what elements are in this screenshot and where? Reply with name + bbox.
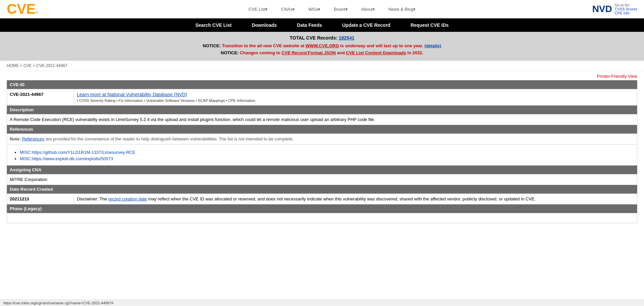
nvd-logo: NVD (592, 4, 612, 14)
nvd-cvss-link[interactable]: CVSS Scores (615, 7, 637, 11)
breadcrumb-sep2: > (33, 63, 36, 68)
description-header-row: Description (7, 106, 637, 114)
top-nav: CVE® CVE List▾ CNAs▾ WGs▾ Board▾ About▾ … (0, 0, 644, 18)
printer-friendly-link[interactable]: Printer-Friendly View (597, 74, 637, 79)
printer-friendly-area: Printer-Friendly View (0, 71, 644, 80)
cve-id-header: CVE-ID (7, 80, 637, 89)
cve-id-cell: CVE-2021-44967 (7, 89, 74, 106)
references-header: References (7, 125, 637, 134)
cve-id-header-row: CVE-ID (7, 80, 637, 89)
logo-c: C (7, 2, 17, 16)
nvd-box: NVD Go to for: CVSS Scores CPE Info (592, 3, 637, 15)
reference-item-1: MISC:https://github.com/Y1LD1R1M-1337/Li… (20, 150, 634, 155)
nvd-goto: Go to for: CVSS Scores CPE Info (615, 3, 637, 15)
references-list-row: MISC:https://github.com/Y1LD1R1M-1337/Li… (7, 144, 637, 166)
black-nav-data-feeds[interactable]: Data Feeds (287, 18, 332, 32)
breadcrumb-current: CVE-2021-44967 (36, 63, 67, 68)
logo-e: E (26, 2, 36, 16)
phase-row (7, 213, 637, 223)
notice2-link1[interactable]: CVE Record Format JSON (281, 50, 336, 55)
nvd-links: CVSS Scores CPE Info (615, 7, 637, 15)
record-creation-date-link[interactable]: record creation date (108, 196, 147, 201)
notice-bar: TOTAL CVE Records: 182541 NOTICE: Transi… (0, 32, 644, 61)
description-header: Description (7, 106, 637, 114)
date-disclaimer-cell: Disclaimer: The record creation date may… (74, 194, 637, 204)
date-created-row: 20211213 Disclaimer: The record creation… (7, 194, 637, 204)
assigning-cna-header-row: Assigning CNA (7, 166, 637, 174)
logo-trademark: ® (36, 11, 38, 14)
notice1-rest: is underway and will last up to one year… (340, 43, 424, 48)
breadcrumb-sep1: > (20, 63, 23, 68)
nav-wgs[interactable]: WGs▾ (308, 7, 320, 12)
notice2-and: and (337, 50, 346, 55)
breadcrumb: HOME > CVE > CVE-2021-44967 (0, 61, 644, 71)
references-note-label: Note: (10, 136, 21, 141)
reference-link-2[interactable]: MISC:https://www.exploit-db.com/exploits… (20, 156, 113, 161)
nav-board[interactable]: Board▾ (334, 7, 348, 12)
notice-line-1: NOTICE: Transition to the all-new CVE we… (7, 43, 637, 48)
notice2-end: in 2022. (407, 50, 423, 55)
breadcrumb-cve[interactable]: CVE (23, 63, 32, 68)
top-menu: CVE List▾ CNAs▾ WGs▾ Board▾ About▾ News … (80, 7, 584, 12)
date-label-cell: 20211213 (7, 194, 74, 204)
cve-table: CVE-ID CVE-2021-44967 Learn more at Nati… (7, 80, 637, 223)
notice2-link2[interactable]: CVE List Content Downloads (346, 50, 406, 55)
nvd-cpe-link[interactable]: CPE Info (615, 11, 637, 15)
references-header-row: References (7, 125, 637, 134)
notice1-details[interactable]: (details) (425, 43, 441, 48)
logo-area: CVE® (7, 2, 80, 16)
black-nav: Search CVE List Downloads Data Feeds Upd… (0, 18, 644, 32)
nvd-sub-text: • CVSS Severity Rating • Fix Information… (77, 99, 634, 103)
cve-id-row: CVE-2021-44967 Learn more at National Vu… (7, 89, 637, 106)
nvd-area: NVD Go to for: CVSS Scores CPE Info (584, 3, 637, 15)
reference-link-1[interactable]: MISC:https://github.com/Y1LD1R1M-1337/Li… (20, 150, 136, 155)
black-nav-downloads[interactable]: Downloads (242, 18, 287, 32)
breadcrumb-home[interactable]: HOME (7, 63, 19, 68)
description-row: A Remote Code Execution (RCE) vulnerabil… (7, 114, 637, 125)
date-disclaimer-text: Disclaimer: The (77, 196, 107, 201)
nav-cnas[interactable]: CNAs▾ (281, 7, 295, 12)
description-cell: A Remote Code Execution (RCE) vulnerabil… (7, 114, 637, 125)
notice-line-2: NOTICE: Changes coming to CVE Record For… (7, 50, 637, 55)
black-nav-update[interactable]: Update a CVE Record (332, 18, 400, 32)
logo-v: V (17, 2, 26, 16)
total-cve-count[interactable]: 182541 (339, 35, 355, 41)
references-list: MISC:https://github.com/Y1LD1R1M-1337/Li… (10, 150, 634, 161)
reference-item-2: MISC:https://www.exploit-db.com/exploits… (20, 156, 634, 161)
references-note-link[interactable]: References (22, 136, 44, 141)
nvd-link-cell: Learn more at National Vulnerability Dat… (74, 89, 637, 106)
date-created-header-row: Date Record Created (7, 185, 637, 194)
main-content: CVE-ID CVE-2021-44967 Learn more at Nati… (0, 80, 644, 230)
nav-about[interactable]: About▾ (361, 7, 375, 12)
nav-news-blog[interactable]: News & Blog▾ (388, 7, 416, 12)
total-cve-label: TOTAL CVE Records: (290, 35, 337, 41)
nvd-learn-more-link[interactable]: Learn more at National Vulnerability Dat… (77, 92, 187, 97)
references-note-row: Note: References are provided for the co… (7, 134, 637, 144)
assigning-cna-row: MITRE Corporation (7, 174, 637, 185)
assigning-cna-header: Assigning CNA (7, 166, 637, 174)
black-nav-search[interactable]: Search CVE List (185, 18, 241, 32)
phase-header-row: Phase (Legacy) (7, 204, 637, 213)
date-disclaimer-rest: may reflect when the CVE ID was allocate… (148, 196, 536, 201)
phase-header: Phase (Legacy) (7, 204, 637, 213)
references-note-text: are provided for the convenience of the … (46, 136, 293, 141)
notice2-red: Changes coming to (240, 50, 281, 55)
references-note-cell: Note: References are provided for the co… (7, 134, 637, 144)
total-cve: TOTAL CVE Records: 182541 (7, 35, 637, 41)
cve-logo: CVE® (7, 2, 38, 16)
notice2-label: NOTICE: (221, 50, 238, 55)
date-created-header: Date Record Created (7, 185, 637, 194)
nvd-goto-label: Go to for: (615, 3, 637, 7)
assigning-cna-cell: MITRE Corporation (7, 174, 637, 185)
references-list-cell: MISC:https://github.com/Y1LD1R1M-1337/Li… (7, 144, 637, 166)
notice1-link[interactable]: WWW.CVE.ORG (306, 43, 339, 48)
black-nav-request[interactable]: Request CVE IDs (400, 18, 459, 32)
notice1-red: Transition to the all-new CVE website at (222, 43, 306, 48)
nav-cve-list[interactable]: CVE List▾ (249, 7, 268, 12)
phase-cell (7, 213, 637, 223)
notice1-label: NOTICE: (203, 43, 221, 48)
nvd-link-wrapper: Learn more at National Vulnerability Dat… (77, 92, 634, 97)
